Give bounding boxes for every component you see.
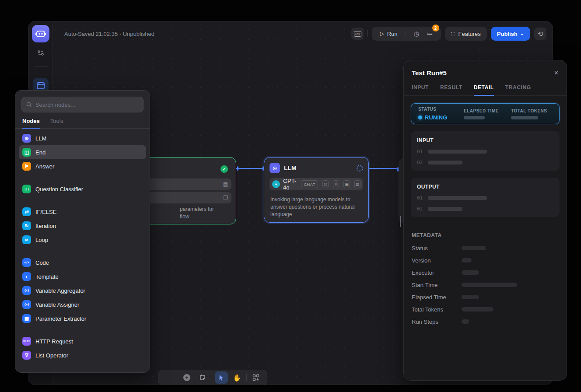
- run-label: Run: [387, 31, 398, 37]
- metadata-title: METADATA: [404, 225, 567, 238]
- model-name: GPT-4o: [283, 178, 298, 191]
- status-value: RUNING: [418, 114, 464, 121]
- autosave-status: Auto-Saved 21:02:35 · Unpublished: [64, 31, 154, 37]
- app-avatar[interactable]: [32, 25, 49, 42]
- node-type-label: HTTP Request: [35, 338, 73, 345]
- node-list-item-loop[interactable]: ∞ Loop: [19, 233, 146, 247]
- node-type-label: Parameter Extractor: [35, 315, 86, 322]
- search-box[interactable]: [21, 97, 144, 112]
- model-selector[interactable]: ✶ GPT-4o CHAT ◎ ılı ▣ ▤: [270, 178, 363, 190]
- cursor-icon: [218, 374, 224, 381]
- node-list-item-question-classifier[interactable]: ||| Question Classifier: [19, 182, 146, 196]
- start-node-description: parameters for flow: [180, 206, 214, 220]
- node-type-label: End: [35, 149, 46, 156]
- node-list-item-if-else[interactable]: ⇄ IF/ELSE: [19, 205, 146, 219]
- node-list-item-variable-aggregator[interactable]: {x} Variable Aggregator: [19, 284, 146, 298]
- features-label: Features: [458, 31, 481, 37]
- metadata-row: Elapsed Time: [412, 291, 559, 303]
- value-skeleton: [428, 150, 487, 154]
- tab-tools[interactable]: Tools: [50, 118, 63, 128]
- run-button-group: ▷ Run ◷ ≔ 2: [372, 27, 441, 41]
- node-type-icon: ◫: [22, 148, 31, 157]
- node-list-item-variable-assigner[interactable]: {=} Variable Assigner: [19, 298, 146, 312]
- publish-button[interactable]: Publish ⌄: [491, 27, 530, 41]
- metadata-skeleton: [462, 319, 469, 324]
- features-icon: ∷: [451, 30, 455, 37]
- metadata-row: Executor: [412, 266, 559, 279]
- workflow-settings-icon[interactable]: [37, 49, 45, 58]
- tab-result[interactable]: RESULT: [440, 84, 462, 95]
- node-list-item-template[interactable]: ◐ Template: [19, 270, 146, 284]
- start-input-field-row[interactable]: ▤: [138, 178, 231, 190]
- layout-grid-icon: [252, 374, 259, 381]
- line-number: 01: [417, 149, 423, 154]
- add-node-button[interactable]: +: [180, 371, 193, 384]
- window-icon: [37, 82, 45, 89]
- close-icon[interactable]: ✕: [554, 70, 559, 76]
- node-list-item-answer[interactable]: ⚑ Answer: [19, 159, 146, 173]
- robot-icon: [35, 28, 46, 39]
- llm-node-title: LLM: [284, 164, 297, 172]
- node-list-item-code[interactable]: </> Code: [19, 256, 146, 270]
- start-output-port[interactable]: [237, 166, 238, 171]
- pointer-tool-button[interactable]: [215, 371, 228, 384]
- tokens-skeleton: [511, 116, 538, 119]
- node-list-item-llm[interactable]: ⊛ LLM: [19, 131, 146, 145]
- publish-label: Publish: [497, 31, 518, 37]
- panel-resize-handle[interactable]: [400, 216, 401, 227]
- rail-divider: [34, 66, 48, 66]
- checklist-icon: ≔: [427, 30, 433, 37]
- history-icon: ⟲: [537, 30, 543, 38]
- node-list-item-iteration[interactable]: ↻ Iteration: [19, 219, 146, 233]
- node-type-label: List Operator: [35, 352, 68, 359]
- search-icon: [26, 102, 32, 108]
- add-note-button[interactable]: [196, 371, 209, 384]
- output-row: 02: [417, 206, 553, 212]
- run-panel-tabs: INPUT RESULT DETAIL TRACING: [404, 84, 567, 96]
- notification-badge: 2: [432, 24, 439, 32]
- value-skeleton: [428, 196, 487, 200]
- metadata-row: Status: [412, 242, 559, 254]
- tab-detail[interactable]: DETAIL: [474, 84, 494, 95]
- node-group-header: [19, 326, 146, 334]
- plus-icon: +: [183, 374, 190, 381]
- run-history-button[interactable]: ◷: [410, 30, 423, 38]
- hand-tool-button[interactable]: ✋: [231, 371, 244, 384]
- organize-nodes-button[interactable]: [249, 371, 262, 384]
- search-input[interactable]: [35, 102, 139, 108]
- llm-node-description: Invoking large language models to answer…: [264, 190, 368, 218]
- node-type-label: Template: [35, 273, 59, 280]
- node-list-item-http-request[interactable]: HTTP HTTP Request: [19, 334, 146, 348]
- edge-llm-end: [369, 168, 399, 169]
- input-row: 02: [417, 160, 553, 165]
- toolbar-divider: [246, 374, 247, 381]
- run-panel-title: Test Run#5: [412, 69, 447, 77]
- features-button[interactable]: ∷ Features: [445, 27, 487, 41]
- node-list-item-list-operator[interactable]: ∇ List Operator: [19, 348, 146, 362]
- status-card: STATUS RUNING ELAPSED TIME TOTAL TOKENS: [411, 103, 560, 124]
- input-title: INPUT: [417, 137, 553, 144]
- start-paragraph-field-row[interactable]: ❐: [138, 192, 231, 203]
- version-history-button[interactable]: ⟲: [534, 28, 546, 40]
- metadata-row: Total Tokens: [412, 303, 559, 315]
- chat-mode-badge: CHAT: [301, 180, 318, 188]
- tab-tracing[interactable]: TRACING: [505, 84, 531, 95]
- paragraph-field-icon: ❐: [223, 195, 228, 201]
- node-list-item-end[interactable]: ◫ End: [19, 145, 146, 159]
- tab-input[interactable]: INPUT: [412, 84, 429, 95]
- llm-node[interactable]: ⊛ LLM ✶ GPT-4o CHAT ◎ ılı ▣ ▤ Invoking l…: [264, 157, 369, 223]
- node-type-label: Question Classifier: [35, 186, 83, 192]
- env-button[interactable]: ENV: [351, 28, 364, 40]
- checklist-button[interactable]: ≔ 2: [423, 30, 437, 38]
- gpt-model-icon: ✶: [272, 180, 280, 188]
- metadata-skeleton: [462, 307, 494, 312]
- note-plus-icon: [199, 374, 206, 381]
- metadata-skeleton: [462, 283, 517, 287]
- metadata-label: Start Time: [412, 282, 456, 288]
- run-button[interactable]: ▷ Run: [376, 31, 401, 37]
- status-label: STATUS: [418, 107, 464, 112]
- vision-icon: ◎: [322, 180, 329, 188]
- node-list-item-parameter-extractor[interactable]: ▦ Parameter Extractor: [19, 312, 146, 326]
- tab-nodes[interactable]: Nodes: [22, 118, 40, 128]
- value-skeleton: [428, 161, 462, 164]
